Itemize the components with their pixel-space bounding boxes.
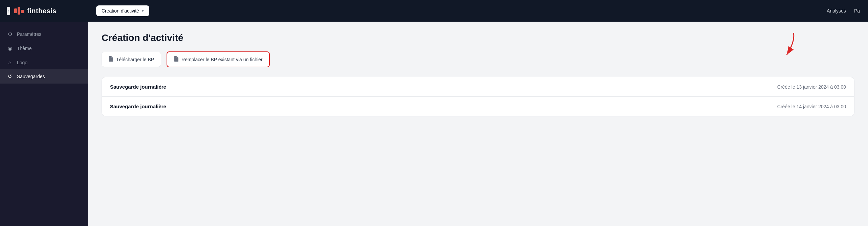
page-content: Création d'activité Télécharger le BP bbox=[88, 22, 868, 226]
svg-rect-2 bbox=[21, 10, 24, 13]
back-button[interactable]: ‹ bbox=[7, 7, 10, 15]
theme-icon: ◉ bbox=[7, 45, 13, 51]
telecharger-bp-label: Télécharger le BP bbox=[116, 57, 154, 62]
file-replace-icon bbox=[174, 56, 179, 63]
page-title: Création d'activité bbox=[102, 32, 854, 43]
topbar-left: Création d'activité ▾ bbox=[96, 5, 149, 16]
svg-rect-1 bbox=[18, 7, 20, 15]
logo-text: finthesis bbox=[27, 7, 57, 15]
sidebar-item-label: Paramètres bbox=[17, 31, 41, 37]
backup-label-1: Sauvegarde journalière bbox=[110, 84, 166, 90]
breadcrumb-label: Création d'activité bbox=[102, 8, 139, 14]
logo: finthesis bbox=[14, 6, 57, 16]
backup-date-2: Créée le 14 janvier 2024 à 03:00 bbox=[777, 104, 846, 109]
sidebar-item-parametres[interactable]: ⚙ Paramètres bbox=[0, 27, 88, 41]
sidebar-item-logo[interactable]: ⌂ Logo bbox=[0, 55, 88, 69]
remplacer-bp-button[interactable]: Remplacer le BP existant via un fichier bbox=[167, 51, 270, 67]
chevron-down-icon: ▾ bbox=[142, 9, 144, 13]
arrow-annotation bbox=[766, 31, 800, 60]
logo-icon bbox=[14, 6, 24, 16]
sidebar-item-sauvegardes[interactable]: ↺ Sauvegardes bbox=[0, 69, 88, 84]
sidebar-item-label: Thème bbox=[17, 46, 32, 51]
main-area: Création d'activité ▾ Analyses Pa Créati… bbox=[88, 0, 868, 226]
svg-rect-0 bbox=[14, 8, 17, 13]
sidebar-item-label: Sauvegardes bbox=[17, 74, 45, 79]
topbar-nav-analyses[interactable]: Analyses bbox=[827, 8, 846, 14]
gear-icon: ⚙ bbox=[7, 31, 13, 37]
telecharger-bp-button[interactable]: Télécharger le BP bbox=[102, 52, 161, 67]
breadcrumb-button[interactable]: Création d'activité ▾ bbox=[96, 5, 149, 16]
backup-date-1: Créée le 13 janvier 2024 à 03:00 bbox=[777, 84, 846, 90]
sidebar-item-label: Logo bbox=[17, 60, 27, 65]
history-icon: ↺ bbox=[7, 73, 13, 80]
sidebar-item-theme[interactable]: ◉ Thème bbox=[0, 41, 88, 55]
topbar: Création d'activité ▾ Analyses Pa bbox=[88, 0, 868, 22]
table-row: Sauvegarde journalière Créée le 13 janvi… bbox=[102, 77, 854, 97]
sidebar-header: ‹ finthesis bbox=[0, 0, 88, 22]
backups-table: Sauvegarde journalière Créée le 13 janvi… bbox=[102, 77, 854, 116]
remplacer-bp-label: Remplacer le BP existant via un fichier bbox=[181, 57, 262, 62]
file-icon bbox=[109, 56, 113, 63]
chevron-left-icon: ‹ bbox=[7, 7, 9, 15]
sidebar: ‹ finthesis ⚙ Paramètres ◉ Thème ⌂ Logo bbox=[0, 0, 88, 226]
topbar-right: Analyses Pa bbox=[827, 8, 860, 14]
actions-row: Télécharger le BP Remplacer le BP exista… bbox=[102, 51, 854, 67]
backup-label-2: Sauvegarde journalière bbox=[110, 104, 166, 109]
topbar-nav-pa[interactable]: Pa bbox=[854, 8, 860, 14]
table-row: Sauvegarde journalière Créée le 14 janvi… bbox=[102, 97, 854, 116]
home-icon: ⌂ bbox=[7, 60, 13, 65]
sidebar-nav: ⚙ Paramètres ◉ Thème ⌂ Logo ↺ Sauvegarde… bbox=[0, 22, 88, 89]
